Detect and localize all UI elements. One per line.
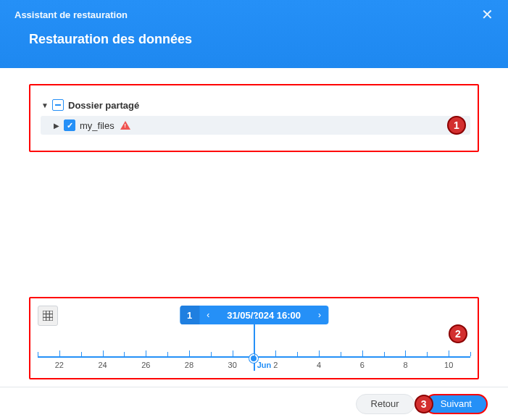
timeline-tick: [470, 352, 471, 356]
timeline-tick: [275, 350, 276, 358]
annotation-step-2: 2: [449, 324, 467, 343]
next-button[interactable]: Suivant: [425, 394, 488, 414]
timeline-count: 1: [180, 306, 199, 324]
tree-root-label: Dossier partagé: [68, 100, 139, 111]
timeline-tick: [233, 350, 233, 358]
timeline-panel: 1 ‹ 31/05/2024 16:00 › 2 222426283024681…: [29, 297, 479, 379]
caret-right-icon[interactable]: ▶: [52, 121, 61, 130]
timeline-tick-label: 30: [228, 361, 237, 369]
timeline-tick: [341, 352, 341, 356]
timeline-tick-label: 28: [185, 361, 193, 369]
timeline-tick: [362, 350, 363, 358]
timeline-month-label: Jun: [257, 361, 272, 369]
timeline-tick: [319, 350, 320, 358]
tree-item-label: my_files: [80, 120, 114, 131]
timeline-tick: [146, 350, 146, 358]
timeline-tick: [449, 350, 449, 358]
timeline-ticks[interactable]: 2224262830246810Jun: [38, 343, 470, 371]
timeline-tick: [211, 352, 212, 356]
timeline-tick: [167, 352, 168, 356]
timeline-tick-label: 6: [360, 361, 365, 369]
close-icon[interactable]: ✕: [477, 6, 498, 23]
timeline-tick: [189, 350, 190, 358]
next-button-wrap: 3 Suivant: [425, 394, 488, 414]
timeline-tick: [103, 350, 104, 358]
calendar-icon: [43, 311, 53, 321]
timeline-tick-label: 24: [98, 361, 107, 369]
timeline-tick: [297, 352, 298, 356]
timeline-tick-label: 26: [141, 361, 150, 369]
tree-row-myfiles[interactable]: ▶ my_files 1: [41, 116, 470, 135]
timeline-playhead-dot[interactable]: [249, 354, 258, 363]
timeline-tick: [38, 352, 38, 356]
dialog-title: Restauration des données: [0, 25, 508, 59]
timeline-tick-label: 22: [55, 361, 64, 369]
warning-icon: [120, 121, 130, 130]
dialog-body: ▼ Dossier partagé ▶ my_files 1: [0, 68, 508, 385]
svg-rect-0: [43, 311, 53, 321]
timeline-tick-label: 10: [444, 361, 453, 369]
tree-row-root[interactable]: ▼ Dossier partagé: [41, 96, 470, 114]
timeline-next-button[interactable]: ›: [311, 306, 328, 324]
dialog-footer: Retour 3 Suivant: [0, 387, 508, 420]
timeline-prev-button[interactable]: ‹: [199, 306, 217, 324]
annotation-step-1: 1: [447, 116, 466, 135]
caret-down-icon[interactable]: ▼: [41, 101, 49, 109]
timeline-tick: [384, 352, 385, 356]
timeline-tick: [59, 350, 60, 358]
folder-tree-panel: ▼ Dossier partagé ▶ my_files 1: [29, 84, 479, 152]
timeline-tick-label: 4: [317, 361, 321, 369]
calendar-grid-button[interactable]: [38, 306, 58, 326]
timeline-tick: [405, 350, 406, 358]
back-button[interactable]: Retour: [356, 394, 415, 414]
timeline-tick: [254, 352, 255, 356]
checkbox-myfiles[interactable]: [64, 119, 75, 131]
timeline-tick: [124, 352, 125, 356]
checkbox-root[interactable]: [52, 99, 64, 111]
timeline-tick: [427, 352, 428, 356]
timeline-tick-label: 2: [273, 361, 278, 369]
timeline-tick: [81, 352, 82, 356]
timeline-tick-label: 8: [403, 361, 407, 369]
assistant-label: Assistant de restauration: [14, 9, 128, 20]
timeline-selected-datetime: 31/05/2024 16:00: [217, 306, 311, 324]
dialog-header: Assistant de restauration ✕ Restauration…: [0, 0, 508, 68]
